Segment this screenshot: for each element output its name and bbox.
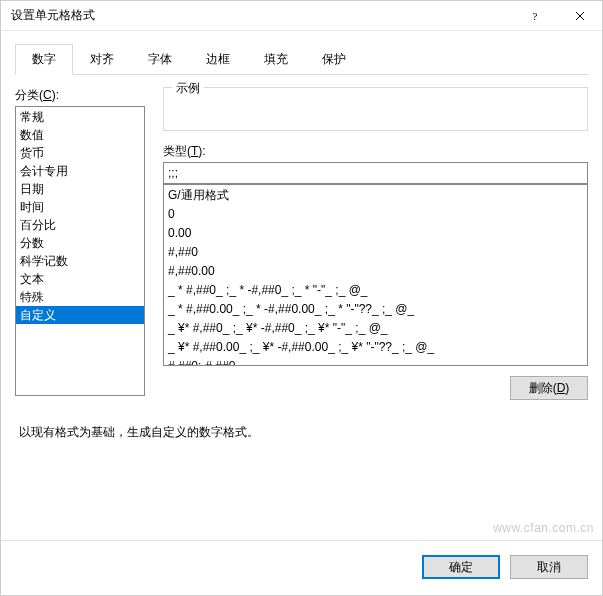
- format-item[interactable]: #,##0: [164, 243, 587, 262]
- close-button[interactable]: [557, 1, 602, 31]
- tab-1[interactable]: 对齐: [73, 44, 131, 75]
- sample-label: 示例: [172, 80, 204, 97]
- format-item[interactable]: _ * #,##0_ ;_ * -#,##0_ ;_ * "-"_ ;_ @_: [164, 281, 587, 300]
- category-item[interactable]: 文本: [16, 270, 144, 288]
- category-item[interactable]: 百分比: [16, 216, 144, 234]
- titlebar: 设置单元格格式 ?: [1, 1, 602, 31]
- format-item[interactable]: 0.00: [164, 224, 587, 243]
- description-text: 以现有格式为基础，生成自定义的数字格式。: [19, 424, 584, 441]
- type-input[interactable]: [163, 162, 588, 184]
- tab-0[interactable]: 数字: [15, 44, 73, 75]
- ok-button[interactable]: 确定: [422, 555, 500, 579]
- format-item[interactable]: #,##0.00: [164, 262, 587, 281]
- footer-separator: [1, 540, 602, 541]
- format-item[interactable]: #,##0;-#,##0: [164, 357, 587, 366]
- dialog-footer: 确定 取消: [422, 555, 588, 579]
- sample-group: 示例: [163, 87, 588, 131]
- category-item[interactable]: 货币: [16, 144, 144, 162]
- category-label-ak: C: [43, 88, 52, 102]
- category-item[interactable]: 会计专用: [16, 162, 144, 180]
- format-item[interactable]: _ ¥* #,##0_ ;_ ¥* -#,##0_ ;_ ¥* "-"_ ;_ …: [164, 319, 587, 338]
- type-label-pre: 类型(: [163, 144, 191, 158]
- watermark: www.cfan.com.cn: [493, 521, 594, 535]
- close-icon: [575, 11, 585, 21]
- category-panel: 分类(C): 常规数值货币会计专用日期时间百分比分数科学记数文本特殊自定义: [15, 87, 145, 400]
- category-item[interactable]: 科学记数: [16, 252, 144, 270]
- tab-2[interactable]: 字体: [131, 44, 189, 75]
- format-item[interactable]: _ * #,##0.00_ ;_ * -#,##0.00_ ;_ * "-"??…: [164, 300, 587, 319]
- type-label: 类型(T):: [163, 143, 588, 160]
- format-item[interactable]: _ ¥* #,##0.00_ ;_ ¥* -#,##0.00_ ;_ ¥* "-…: [164, 338, 587, 357]
- category-label-post: ):: [52, 88, 59, 102]
- type-label-post: ):: [198, 144, 205, 158]
- window-title: 设置单元格格式: [1, 7, 512, 24]
- svg-text:?: ?: [532, 11, 537, 21]
- cancel-button[interactable]: 取消: [510, 555, 588, 579]
- format-item[interactable]: 0: [164, 205, 587, 224]
- category-item[interactable]: 常规: [16, 108, 144, 126]
- category-item[interactable]: 特殊: [16, 288, 144, 306]
- format-item[interactable]: G/通用格式: [164, 186, 587, 205]
- format-panel: 示例 类型(T): G/通用格式00.00#,##0#,##0.00_ * #,…: [163, 87, 588, 400]
- tab-4[interactable]: 填充: [247, 44, 305, 75]
- category-label-pre: 分类(: [15, 88, 43, 102]
- tab-5[interactable]: 保护: [305, 44, 363, 75]
- help-button[interactable]: ?: [512, 1, 557, 31]
- format-list[interactable]: G/通用格式00.00#,##0#,##0.00_ * #,##0_ ;_ * …: [163, 184, 588, 366]
- tab-bar: 数字对齐字体边框填充保护: [15, 43, 588, 75]
- category-item[interactable]: 数值: [16, 126, 144, 144]
- tab-3[interactable]: 边框: [189, 44, 247, 75]
- sample-value: [164, 88, 587, 106]
- category-item[interactable]: 分数: [16, 234, 144, 252]
- help-icon: ?: [530, 11, 540, 21]
- category-item[interactable]: 自定义: [16, 306, 144, 324]
- category-item[interactable]: 日期: [16, 180, 144, 198]
- category-item[interactable]: 时间: [16, 198, 144, 216]
- delete-button[interactable]: 删除(D): [510, 376, 588, 400]
- category-label: 分类(C):: [15, 87, 145, 104]
- category-list[interactable]: 常规数值货币会计专用日期时间百分比分数科学记数文本特殊自定义: [15, 106, 145, 396]
- delete-row: 删除(D): [163, 376, 588, 400]
- content-area: 分类(C): 常规数值货币会计专用日期时间百分比分数科学记数文本特殊自定义 示例…: [1, 75, 602, 400]
